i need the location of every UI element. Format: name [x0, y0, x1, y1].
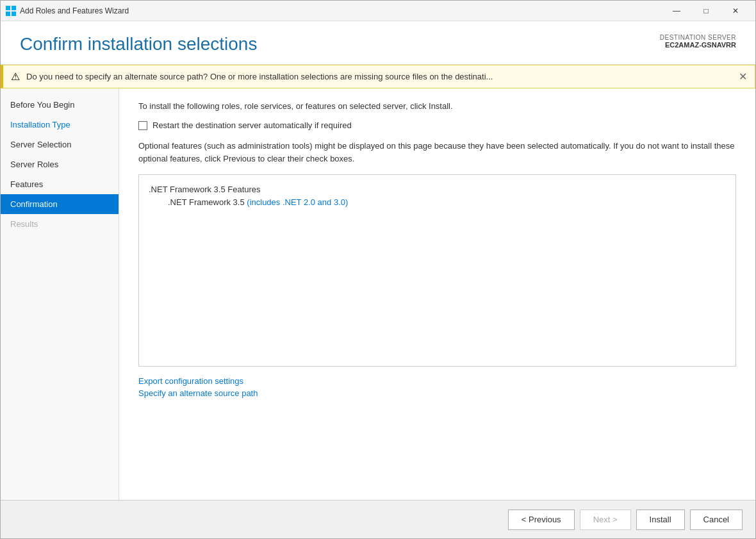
maximize-button[interactable]: □	[691, 1, 721, 21]
sidebar-item-server-roles[interactable]: Server Roles	[1, 154, 119, 174]
sidebar-item-features[interactable]: Features	[1, 174, 119, 194]
wizard-body: Confirm installation selections DESTINAT…	[1, 21, 755, 538]
optional-notice: Optional features (such as administratio…	[138, 140, 736, 165]
restart-checkbox-row: Restart the destination server automatic…	[138, 120, 736, 130]
export-config-link[interactable]: Export configuration settings	[138, 376, 736, 386]
wizard-content: Before You Begin Installation Type Serve…	[1, 88, 755, 500]
previous-button[interactable]: < Previous	[508, 510, 575, 530]
sidebar-item-results: Results	[1, 214, 119, 234]
sidebar-item-installation-type[interactable]: Installation Type	[1, 115, 119, 135]
wizard-footer: < Previous Next > Install Cancel	[1, 500, 755, 538]
feature-net-35-sub: .NET Framework 3.5 (includes .NET 2.0 an…	[149, 197, 726, 207]
titlebar: Add Roles and Features Wizard — □ ✕	[1, 1, 755, 21]
alternate-source-link[interactable]: Specify an alternate source path	[138, 388, 736, 398]
minimize-button[interactable]: —	[662, 1, 691, 21]
svg-rect-1	[12, 6, 16, 10]
sidebar: Before You Begin Installation Type Serve…	[1, 88, 119, 500]
destination-name: EC2AMAZ-GSNAVRR	[660, 41, 736, 49]
warning-icon: ⚠	[11, 70, 20, 83]
install-button[interactable]: Install	[636, 510, 685, 530]
alert-text: Do you need to specify an alternate sour…	[26, 72, 732, 81]
destination-label: DESTINATION SERVER	[660, 34, 736, 41]
close-button[interactable]: ✕	[721, 1, 750, 21]
page-title: Confirm installation selections	[20, 34, 257, 54]
wizard-header: Confirm installation selections DESTINAT…	[1, 21, 755, 65]
window-controls: — □ ✕	[662, 1, 750, 21]
alert-banner: ⚠ Do you need to specify an alternate so…	[1, 65, 755, 88]
alert-close-button[interactable]: ✕	[739, 70, 747, 83]
svg-rect-0	[6, 6, 10, 10]
sidebar-item-server-selection[interactable]: Server Selection	[1, 135, 119, 154]
feature-net-framework-35: .NET Framework 3.5 Features	[149, 185, 726, 194]
svg-rect-2	[6, 12, 10, 16]
sidebar-item-confirmation[interactable]: Confirmation	[1, 194, 119, 214]
app-icon	[6, 6, 16, 16]
next-button[interactable]: Next >	[580, 510, 631, 530]
wizard-window: Add Roles and Features Wizard — □ ✕ Conf…	[0, 0, 756, 539]
config-links: Export configuration settings Specify an…	[138, 376, 736, 398]
window-title: Add Roles and Features Wizard	[20, 6, 662, 15]
features-box: .NET Framework 3.5 Features .NET Framewo…	[138, 174, 736, 367]
svg-rect-3	[12, 12, 16, 16]
main-panel: To install the following roles, role ser…	[119, 88, 755, 500]
destination-server-info: DESTINATION SERVER EC2AMAZ-GSNAVRR	[660, 34, 736, 49]
sidebar-item-before-you-begin[interactable]: Before You Begin	[1, 95, 119, 115]
cancel-button[interactable]: Cancel	[690, 510, 743, 530]
install-instruction: To install the following roles, role ser…	[138, 101, 736, 111]
restart-checkbox-label: Restart the destination server automatic…	[152, 120, 352, 130]
restart-checkbox[interactable]	[138, 121, 147, 130]
